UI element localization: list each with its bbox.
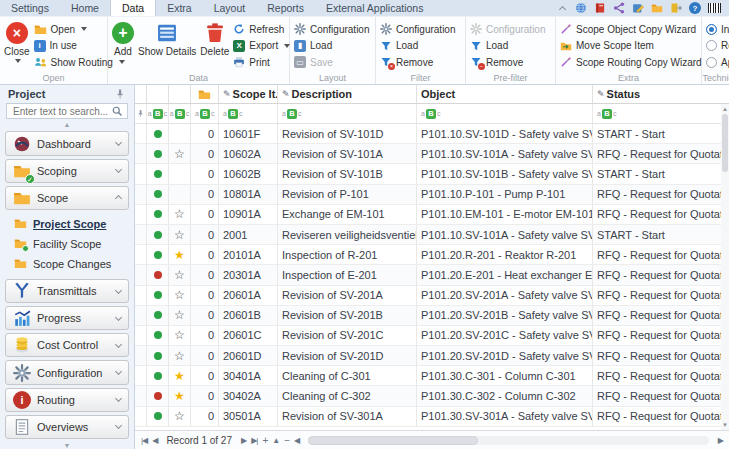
help-icon[interactable]: ? — [689, 2, 701, 14]
globe-icon[interactable] — [575, 2, 587, 14]
header-description[interactable]: ✎Description — [278, 85, 417, 103]
favorite-cell[interactable]: ☆ — [169, 144, 191, 163]
filter-cell[interactable]: aBc — [191, 104, 219, 123]
filter-cell[interactable]: aBc — [278, 104, 417, 123]
status-cell[interactable]: RFQ - Request for Quotation — [593, 346, 729, 365]
filter-remove-button[interactable]: ×Remove — [380, 54, 455, 70]
edit-document-icon[interactable] — [632, 2, 644, 14]
filter-cell[interactable]: aBc — [169, 104, 191, 123]
scope-item-cell[interactable]: 20601B — [219, 306, 278, 325]
description-cell[interactable]: Revision of SV-101A — [278, 144, 417, 163]
layout-configuration-button[interactable]: Configuration — [294, 21, 369, 37]
favorite-star-icon[interactable]: ☆ — [174, 328, 185, 342]
tab-extra[interactable]: Extra — [156, 0, 203, 16]
next-record-button[interactable]: ▶ — [241, 436, 246, 445]
object-cell[interactable]: P101.30.C-301 - Column C-301 — [417, 366, 593, 385]
scope-routing-copy-wizard-button[interactable]: Scope Routing Copy Wizard — [560, 54, 702, 70]
status-cell[interactable]: START - Start — [593, 164, 729, 183]
sidebar-item-project-scope[interactable]: Project Scope — [0, 214, 134, 234]
exit-icon[interactable] — [670, 2, 682, 14]
edit-record-button[interactable]: ▲ — [272, 436, 279, 445]
prev-record-button[interactable]: ◀ — [152, 436, 157, 445]
table-row[interactable]: ☆030501ARevision of SV-301AP101.30.SV-30… — [135, 407, 729, 427]
object-cell[interactable]: P101.20.SV-201B - Safety valve SV-201B — [417, 306, 593, 325]
favorite-cell[interactable]: ☆ — [169, 346, 191, 365]
status-cell[interactable]: RFQ - Request for Quotation — [593, 265, 729, 284]
tab-data[interactable]: Data — [110, 0, 156, 16]
object-cell[interactable]: P101.20.SV-201A - Safety valve SV-201A — [417, 286, 593, 305]
table-row[interactable]: ☆010602ARevision of SV-101AP101.10.SV-10… — [135, 144, 729, 164]
tab-home[interactable]: Home — [60, 0, 110, 16]
favorite-cell[interactable]: ☆ — [169, 326, 191, 345]
status-cell[interactable]: RFQ - Request for Quotation — [593, 144, 729, 163]
filter-cell[interactable]: aBc — [147, 104, 169, 123]
sidebar-search[interactable] — [6, 103, 128, 119]
sidebar-item-configuration[interactable]: Configuration — [5, 360, 129, 384]
favorite-star-icon[interactable]: ☆ — [174, 308, 185, 322]
favorite-star-icon[interactable]: ☆ — [174, 349, 185, 363]
object-cell[interactable]: P101.10.SV-101A - Safety valve SV-101A — [417, 225, 593, 244]
layout-save-button[interactable]: ▭Save — [294, 54, 369, 70]
pin-icon[interactable] — [114, 88, 126, 100]
header-status[interactable]: ✎Status — [593, 85, 729, 103]
sidebar-item-scoping[interactable]: ✓ Scoping — [5, 159, 129, 183]
scope-item-cell[interactable]: 10901A — [219, 205, 278, 224]
scope-item-cell[interactable]: 30401A — [219, 366, 278, 385]
description-cell[interactable]: Revision of SV-101D — [278, 124, 417, 143]
status-cell[interactable]: RFQ - Request for Quotation — [593, 286, 729, 305]
table-row[interactable]: ☆020601DRevision of SV-201DP101.20.SV-20… — [135, 346, 729, 366]
table-row[interactable]: ★020101AInspection of R-201P101.20.R-201… — [135, 245, 729, 265]
tab-reports[interactable]: Reports — [256, 0, 315, 16]
table-row[interactable]: ☆02001Reviseren veiligheidsventiel...P10… — [135, 225, 729, 245]
favorite-cell[interactable] — [169, 124, 191, 143]
table-row[interactable]: ☆020601BRevision of SV-201BP101.20.SV-20… — [135, 306, 729, 326]
description-cell[interactable]: Revision of SV-201C — [278, 326, 417, 345]
object-cell[interactable]: P101.10.SV-101D - Safety valve SV-101D — [417, 124, 593, 143]
sidebar-item-scope[interactable]: Scope — [5, 186, 129, 210]
favorite-star-icon[interactable]: ★ — [174, 369, 185, 383]
description-cell[interactable]: Cleaning of C-302 — [278, 386, 417, 405]
table-row[interactable]: ☆020601ARevision of SV-201AP101.20.SV-20… — [135, 286, 729, 306]
horizontal-scrollbar[interactable] — [308, 436, 709, 445]
status-cell[interactable]: RFQ - Request for Quotation — [593, 205, 729, 224]
scroll-down-arrow[interactable]: ▼ — [722, 421, 728, 429]
favorite-cell[interactable]: ☆ — [169, 407, 191, 426]
last-record-button[interactable]: ▶| — [251, 436, 257, 445]
filter-pin-icon[interactable] — [135, 104, 147, 123]
table-row[interactable]: ☆010901AExchange of EM-101P101.10.EM-101… — [135, 205, 729, 225]
append-record-button[interactable]: + — [262, 435, 267, 446]
favorite-star-icon[interactable]: ★ — [174, 248, 185, 262]
description-cell[interactable]: Reviseren veiligheidsventiel... — [278, 225, 417, 244]
object-cell[interactable]: P101.20.SV-201D - Safety valve SV-201D — [417, 346, 593, 365]
description-cell[interactable]: Exchange of EM-101 — [278, 205, 417, 224]
object-cell[interactable]: P101.10.SV-101B - Safety valve SV-101B — [417, 164, 593, 183]
scope-item-cell[interactable]: 2001 — [219, 225, 278, 244]
scope-item-cell[interactable]: 20601A — [219, 286, 278, 305]
favorite-cell[interactable]: ☆ — [169, 205, 191, 224]
status-cell[interactable]: RFQ - Request for Quotation — [593, 185, 729, 204]
scope-item-cell[interactable]: 30501A — [219, 407, 278, 426]
favorite-star-icon[interactable]: ☆ — [174, 409, 185, 423]
scroll-up-hint[interactable]: ▲ — [0, 122, 134, 128]
search-input[interactable] — [11, 105, 111, 118]
tab-layout[interactable]: Layout — [203, 0, 257, 16]
header-object[interactable]: Object — [417, 85, 593, 103]
sidebar-item-transmittals[interactable]: Transmittals — [5, 279, 129, 303]
tab-external-applications[interactable]: External Applications — [315, 0, 434, 16]
favorite-star-icon[interactable]: ☆ — [174, 268, 185, 282]
sidebar-item-scope-changes[interactable]: Scope Changes — [0, 254, 134, 274]
table-row[interactable]: 010602BRevision of SV-101BP101.10.SV-101… — [135, 164, 729, 184]
status-cell[interactable]: START - Start — [593, 124, 729, 143]
status-cell[interactable]: RFQ - Request for Quotation — [593, 326, 729, 345]
favorite-cell[interactable]: ★ — [169, 245, 191, 264]
status-cell[interactable]: RFQ - Request for Quotation — [593, 245, 729, 264]
export-button[interactable]: XExport — [233, 38, 290, 54]
radio-in-progress[interactable]: In Progress — [706, 21, 729, 37]
favorite-star-icon[interactable]: ☆ — [174, 147, 185, 161]
status-cell[interactable]: RFQ - Request for Quotation — [593, 386, 729, 405]
filter-configuration-button[interactable]: Configuration — [380, 21, 455, 37]
sidebar-item-facility-scope[interactable]: Facility Scope — [0, 234, 134, 254]
description-cell[interactable]: Revision of P-101 — [278, 185, 417, 204]
header-status-dot[interactable] — [147, 85, 169, 103]
refresh-button[interactable]: Refresh — [233, 21, 290, 37]
